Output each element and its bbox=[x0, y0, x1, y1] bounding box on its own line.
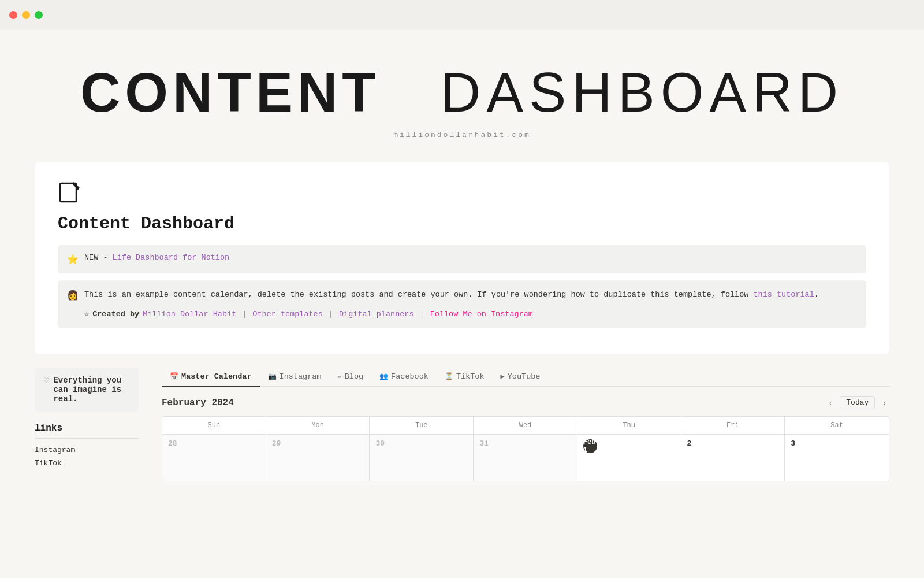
calendar-area: 📅 Master Calendar 📷 Instagram ✏️ Blog 👥 … bbox=[150, 368, 889, 481]
weekday-thu: Thu bbox=[578, 417, 681, 434]
tutorial-link[interactable]: this tutorial bbox=[754, 290, 814, 299]
star-icon: ⭐ bbox=[67, 254, 79, 265]
calendar-cell[interactable]: 28 bbox=[162, 435, 266, 481]
page-title: Content Dashboard bbox=[58, 214, 866, 234]
tab-instagram-label: Instagram bbox=[280, 372, 322, 381]
weekday-sun: Sun bbox=[162, 417, 266, 434]
tab-tiktok-label: TikTok bbox=[456, 372, 485, 381]
other-templates-link[interactable]: Other templates bbox=[252, 308, 323, 321]
day-number: 28 bbox=[168, 439, 260, 448]
created-by-label: Created by bbox=[92, 308, 139, 321]
hero-title-bold: CONTENT bbox=[80, 61, 381, 123]
links-list: Instagram TikTok bbox=[35, 443, 139, 470]
tab-youtube-label: YouTube bbox=[508, 372, 541, 381]
calendar-weekdays: Sun Mon Tue Wed Thu Fri Sat bbox=[162, 417, 889, 435]
callout-info-content: This is an example content calendar, del… bbox=[84, 288, 819, 320]
maximize-button[interactable] bbox=[35, 11, 43, 19]
list-item[interactable]: Instagram bbox=[35, 443, 139, 457]
svg-rect-0 bbox=[60, 183, 76, 202]
calendar-tabs: 📅 Master Calendar 📷 Instagram ✏️ Blog 👥 … bbox=[162, 368, 889, 387]
day-number: 30 bbox=[375, 439, 467, 448]
callout-new-text: NEW - Life Dashboard for Notion bbox=[84, 253, 229, 262]
tab-master-label: Master Calendar bbox=[181, 372, 252, 381]
weekday-mon: Mon bbox=[266, 417, 370, 434]
sep1: | bbox=[242, 308, 247, 321]
calendar-icon: 📅 bbox=[170, 372, 178, 381]
tab-blog[interactable]: ✏️ Blog bbox=[329, 368, 371, 387]
tab-facebook-label: Facebook bbox=[391, 372, 429, 381]
tab-blog-label: Blog bbox=[345, 372, 363, 381]
weekday-tue: Tue bbox=[370, 417, 474, 434]
tab-facebook[interactable]: 👥 Facebook bbox=[371, 368, 437, 387]
calendar-row: 28 29 30 31 Feb 1 2 3 bbox=[162, 435, 889, 481]
hero-title-light: DASHBOARD bbox=[441, 61, 844, 123]
hero-section: CONTENT DASHBOARD milliondollarhabit.com bbox=[0, 30, 924, 162]
day-number: Feb 1 bbox=[583, 439, 597, 453]
day-number: 2 bbox=[687, 439, 779, 448]
weekday-fri: Fri bbox=[681, 417, 785, 434]
camera-icon: 📷 bbox=[268, 372, 277, 381]
minimize-button[interactable] bbox=[22, 11, 30, 19]
tab-youtube[interactable]: ▶️ YouTube bbox=[493, 368, 549, 387]
follow-instagram-link[interactable]: Follow Me on Instagram bbox=[430, 308, 533, 321]
million-dollar-habit-link[interactable]: Million Dollar Habit bbox=[143, 308, 236, 321]
pencil-icon: ✏️ bbox=[337, 372, 341, 381]
tab-tiktok[interactable]: ⏳ TikTok bbox=[437, 368, 493, 387]
calendar-cell[interactable]: 2 bbox=[681, 435, 785, 481]
links-divider bbox=[35, 438, 139, 439]
calendar-nav: ‹ Today › bbox=[826, 396, 889, 409]
list-item[interactable]: TikTok bbox=[35, 457, 139, 470]
hourglass-icon: ⏳ bbox=[445, 372, 453, 381]
tab-master-calendar[interactable]: 📅 Master Calendar bbox=[162, 368, 260, 387]
calendar-cell[interactable]: 3 bbox=[785, 435, 889, 481]
next-button[interactable]: › bbox=[880, 397, 889, 409]
callout-new: ⭐ NEW - Life Dashboard for Notion bbox=[58, 245, 866, 273]
heart-icon: ♡ bbox=[44, 376, 49, 386]
callout-main-text: This is an example content calendar, del… bbox=[84, 290, 754, 299]
callout-info: 👩 This is an example content calendar, d… bbox=[58, 280, 866, 328]
calendar-header: February 2024 ‹ Today › bbox=[162, 396, 889, 409]
hero-subtitle: milliondollarhabit.com bbox=[0, 131, 924, 139]
callout-links: ☆ Created by Million Dollar Habit | Othe… bbox=[84, 308, 819, 321]
close-button[interactable] bbox=[9, 11, 17, 19]
calendar-cell[interactable]: 29 bbox=[266, 435, 370, 481]
day-number: 31 bbox=[479, 439, 571, 448]
main-content: Content Dashboard ⭐ NEW - Life Dashboard… bbox=[35, 162, 889, 354]
life-dashboard-link[interactable]: Life Dashboard for Notion bbox=[113, 253, 230, 262]
people-icon: 👥 bbox=[379, 372, 388, 381]
calendar-month: February 2024 bbox=[162, 398, 234, 408]
calendar-grid: Sun Mon Tue Wed Thu Fri Sat 28 29 30 bbox=[162, 416, 889, 481]
hero-title: CONTENT DASHBOARD bbox=[0, 65, 924, 120]
calendar-cell[interactable]: 31 bbox=[474, 435, 578, 481]
day-number: 29 bbox=[272, 439, 364, 448]
digital-planners-link[interactable]: Digital planners bbox=[339, 308, 414, 321]
sep3: | bbox=[420, 308, 424, 321]
bottom-section: ♡ Everything you can imagine is real. li… bbox=[35, 354, 889, 481]
calendar-cell[interactable]: 30 bbox=[370, 435, 474, 481]
links-title: links bbox=[35, 423, 139, 433]
sep2: | bbox=[329, 308, 333, 321]
calendar-cell-today[interactable]: Feb 1 bbox=[578, 435, 681, 481]
weekday-sat: Sat bbox=[785, 417, 889, 434]
callout-star-icon: ☆ bbox=[84, 308, 89, 321]
sidebar-quote-text: Everything you can imagine is real. bbox=[53, 376, 129, 403]
prev-button[interactable]: ‹ bbox=[826, 397, 836, 409]
titlebar bbox=[0, 0, 924, 30]
day-number: 3 bbox=[791, 439, 883, 448]
tab-instagram[interactable]: 📷 Instagram bbox=[260, 368, 330, 387]
today-button[interactable]: Today bbox=[840, 396, 875, 409]
sidebar: ♡ Everything you can imagine is real. li… bbox=[35, 368, 150, 481]
sidebar-quote: ♡ Everything you can imagine is real. bbox=[35, 368, 139, 412]
avatar-icon: 👩 bbox=[67, 289, 79, 304]
play-icon: ▶️ bbox=[501, 372, 505, 381]
weekday-wed: Wed bbox=[474, 417, 578, 434]
page-icon bbox=[58, 181, 866, 209]
